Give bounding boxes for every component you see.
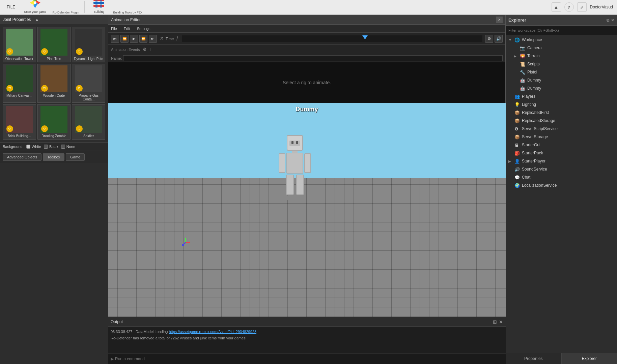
- toolbox-item-8[interactable]: 🛡 Soldier: [72, 104, 105, 140]
- anim-select-rig-text: Select a rig to animate.: [283, 80, 331, 85]
- tree-icon-16: 🔊: [514, 167, 521, 172]
- bg-none-radio[interactable]: [61, 145, 65, 149]
- explorer-filter-bar: [506, 26, 617, 35]
- anim-editor-close[interactable]: ✕: [496, 17, 503, 23]
- output-close-btn[interactable]: ✕: [499, 319, 503, 325]
- toolbox-badge-0: 🛡: [6, 48, 13, 55]
- tree-label-18: LocalizationService: [522, 183, 557, 188]
- anim-events-arrow[interactable]: ↑: [149, 47, 152, 52]
- svg-point-4: [34, 1, 36, 4]
- anim-settings-btn[interactable]: ⚙: [485, 35, 493, 43]
- ribbon: FILE Scan your game with Ro-Defender Ro-…: [0, 0, 617, 15]
- help-btn[interactable]: ?: [564, 2, 574, 12]
- toolbox-tab[interactable]: Toolbox: [43, 153, 64, 161]
- anim-prev-btn[interactable]: ⏪: [120, 35, 129, 43]
- tree-item-3[interactable]: 📜 Scripts: [506, 60, 617, 68]
- file-tab[interactable]: FILE: [4, 3, 18, 11]
- svg-rect-9: [100, 0, 102, 8]
- tree-item-18[interactable]: 🌍 LocalizationService: [506, 181, 617, 189]
- tree-item-8[interactable]: 💡 Lighting: [506, 100, 617, 109]
- toolbox-item-2[interactable]: 🛡 Dynamic Light Pole: [72, 27, 105, 62]
- output-log1-text: 06:33:38.427 - DataModel Loading: [111, 330, 169, 334]
- anim-marker: [362, 35, 368, 42]
- tree-icon-13: 🖥: [514, 143, 521, 148]
- dummy-right-leg: [296, 175, 304, 200]
- anim-rewind-btn[interactable]: ⏮: [111, 35, 119, 43]
- output-log1-link[interactable]: https://assetgame.roblox.com/Asset/?id=2…: [169, 330, 256, 334]
- anim-timeline-area[interactable]: [182, 35, 483, 42]
- tree-item-15[interactable]: ▶ 👤 StarterPlayer: [506, 157, 617, 165]
- bg-none-option[interactable]: None: [61, 145, 75, 149]
- tree-icon-14: 🎒: [514, 151, 521, 156]
- tree-item-6[interactable]: 🤖 Dummy: [506, 84, 617, 92]
- toolbox-item-4[interactable]: 🛡 Wooden Crate: [37, 64, 71, 103]
- tree-icon-7: 👥: [514, 94, 521, 99]
- bg-black-radio[interactable]: [44, 145, 48, 149]
- anim-menu-edit[interactable]: Edit: [122, 27, 132, 31]
- bg-white-option[interactable]: White: [26, 145, 41, 149]
- explorer-filter-input[interactable]: [508, 28, 614, 32]
- tree-item-13[interactable]: 🖥 StarterGui: [506, 141, 617, 149]
- toolbox-item-7[interactable]: 🛡 Drooling Zombie: [37, 104, 71, 140]
- command-input[interactable]: [115, 357, 503, 361]
- tree-item-16[interactable]: 🔊 SoundService: [506, 165, 617, 173]
- tree-item-0[interactable]: ▼ 🌐 Workspace: [506, 36, 617, 44]
- toolbox-item-6[interactable]: 🛡 Brick Building...: [3, 104, 36, 140]
- anim-volume-btn[interactable]: 🔊: [495, 35, 503, 43]
- bg-white-radio[interactable]: [26, 145, 30, 149]
- toolbox-item-0[interactable]: 🛡 Observation Tower: [3, 27, 36, 62]
- building-tools-label: Building: [93, 10, 104, 14]
- anim-play-btn[interactable]: ▶: [130, 35, 138, 43]
- anim-menu-file[interactable]: File: [110, 27, 118, 31]
- tree-icon-3: 📜: [520, 62, 526, 67]
- tree-label-10: ReplicatedStorage: [522, 118, 555, 123]
- dummy-right-arm: [304, 153, 311, 173]
- tree-item-1[interactable]: 📷 Camera: [506, 44, 617, 52]
- anim-next-btn[interactable]: ⏩: [139, 35, 147, 43]
- output-title-bar: Output ⊞ ✕: [108, 317, 506, 327]
- tree-item-14[interactable]: 🎒 StarterPack: [506, 149, 617, 157]
- tree-item-11[interactable]: ⚙ ServerScriptService: [506, 125, 617, 133]
- viewport-3d[interactable]: Dummy: [108, 103, 506, 317]
- svg-marker-11: [189, 241, 190, 243]
- tree-icon-6: 🤖: [520, 86, 526, 91]
- advanced-objects-tab[interactable]: Advanced Objects: [3, 153, 41, 161]
- viewport-container: Animation Editor ✕ File Edit Settings ⏮ …: [108, 15, 506, 364]
- content-area: Joint Properties ▲ 🛡 Observation Tower 🛡…: [0, 15, 617, 364]
- toolbox-panel: Joint Properties ▲ 🛡 Observation Tower 🛡…: [0, 15, 108, 364]
- anim-end-btn[interactable]: ⏭: [149, 35, 157, 43]
- explorer-close-btn[interactable]: ✕: [611, 18, 614, 23]
- anim-name-input[interactable]: [123, 55, 503, 61]
- tree-item-12[interactable]: 📦 ServerStorage: [506, 133, 617, 141]
- properties-tab[interactable]: Properties: [506, 353, 562, 364]
- share-btn[interactable]: ⇗: [577, 2, 587, 12]
- anim-events-label: Animation Events: [111, 48, 140, 52]
- anim-editor-titlebar: Animation Editor ✕: [108, 15, 505, 25]
- toolbox-item-1[interactable]: 🛡 Pine Tree: [37, 27, 71, 62]
- tree-item-9[interactable]: 📦 ReplicatedFirst: [506, 109, 617, 117]
- anim-menu-settings[interactable]: Settings: [136, 27, 152, 31]
- tree-item-4[interactable]: 🔧 Pistol: [506, 68, 617, 76]
- explorer-restore-btn[interactable]: ⧉: [607, 18, 610, 23]
- game-tab[interactable]: Game: [66, 153, 85, 161]
- explorer-tab[interactable]: Explorer: [562, 353, 617, 364]
- tree-item-5[interactable]: 🤖 Dummy: [506, 76, 617, 84]
- up-arrow-btn[interactable]: ▲: [552, 2, 561, 12]
- joint-properties-bar: Joint Properties ▲: [0, 15, 108, 24]
- bg-black-option[interactable]: Black: [44, 145, 58, 149]
- tree-item-17[interactable]: 💬 Chat: [506, 173, 617, 181]
- toolbox-name-4: Wooden Crate: [43, 94, 65, 97]
- anim-toolbar: ⏮ ⏪ ▶ ⏩ ⏭ ⏱ Time / ⚙ 🔊: [108, 33, 505, 45]
- tree-icon-10: 📦: [514, 118, 521, 123]
- output-expand-btn[interactable]: ⊞: [493, 319, 497, 325]
- screen: FILE Scan your game with Ro-Defender Ro-…: [0, 0, 617, 364]
- anim-events-gear[interactable]: ⚙: [143, 47, 147, 52]
- tree-item-10[interactable]: 📦 ReplicatedStorage: [506, 117, 617, 125]
- toolbox-item-3[interactable]: 🛡 Military Canvas...: [3, 64, 36, 103]
- toolbox-item-5[interactable]: 🛡 Propane Gas Conta...: [72, 64, 105, 103]
- tree-item-2[interactable]: ▶ 🌄 Terrain: [506, 52, 617, 60]
- svg-rect-7: [93, 5, 104, 7]
- tree-item-7[interactable]: 👥 Players: [506, 92, 617, 100]
- anim-editor-title: Animation Editor: [111, 18, 141, 22]
- background-selector: Background: White Black None: [0, 142, 108, 151]
